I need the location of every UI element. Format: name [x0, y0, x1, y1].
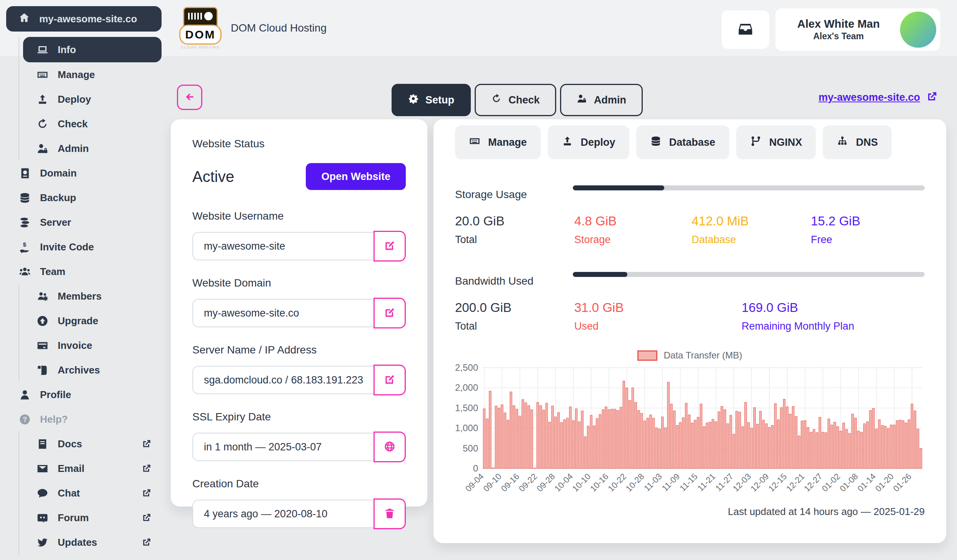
- inbox-button[interactable]: [722, 10, 769, 49]
- user-card[interactable]: Alex White Man Alex's Team: [775, 8, 940, 51]
- sidebar-item-members[interactable]: Members: [19, 284, 162, 308]
- field-website-domain: Website Domainmy-awesome-site.co: [192, 277, 406, 328]
- svg-text:10-22: 10-22: [606, 472, 628, 493]
- sidebar-item-manage[interactable]: Manage: [19, 62, 162, 87]
- panel-tabs: ManageDeployDatabaseNGINXDNS: [455, 125, 925, 159]
- sidebar-nav: InfoManageDeployCheckAdminDomainBackupSe…: [0, 37, 162, 555]
- field-value-website-username[interactable]: my-awesome-site: [192, 232, 373, 260]
- user-lock-icon: [577, 93, 587, 107]
- sidebar-item-backup[interactable]: Backup: [0, 185, 162, 210]
- sidebar-item-updates[interactable]: Updates: [19, 530, 162, 555]
- sidebar-item-profile[interactable]: Profile: [0, 382, 162, 407]
- svg-text:12-09: 12-09: [749, 472, 770, 493]
- refresh-icon: [35, 118, 49, 130]
- sidebar-item-invoice[interactable]: Invoice: [19, 333, 162, 358]
- sidebar-item-deploy[interactable]: Deploy: [19, 87, 162, 112]
- svg-text:500: 500: [463, 443, 478, 453]
- sidebar-site-pill[interactable]: my-awesome-site.co: [6, 6, 162, 32]
- tab-dns[interactable]: DNS: [823, 125, 892, 159]
- sidebar-subgroup: DocsEmailChatForumUpdates: [18, 432, 162, 555]
- tab-database[interactable]: Database: [636, 125, 729, 159]
- svg-text:12-21: 12-21: [784, 472, 806, 493]
- sidebar-item-label: Domain: [40, 167, 77, 179]
- sidebar-item-email[interactable]: Email: [19, 456, 162, 481]
- site-link[interactable]: my-awesome-site.co: [819, 92, 920, 103]
- field-value-creation-date[interactable]: 4 years ago — 2020-08-10: [192, 500, 373, 528]
- sidebar-item-label: Deploy: [58, 93, 91, 105]
- stat-value: 169.0 GiB: [742, 300, 925, 315]
- envelope-icon: [35, 463, 49, 475]
- svg-text:09-16: 09-16: [499, 472, 521, 493]
- sidebar-item-invite-code[interactable]: $Invite Code: [0, 235, 162, 259]
- field-label: Website Domain: [192, 277, 406, 289]
- storage-progress: [573, 185, 925, 190]
- user-name: Alex White Man: [785, 18, 892, 30]
- setup-button[interactable]: Setup: [392, 84, 471, 116]
- field-value-website-domain[interactable]: my-awesome-site.co: [192, 299, 373, 327]
- laptop-icon: [35, 44, 49, 56]
- tab-deploy[interactable]: Deploy: [548, 125, 629, 159]
- open-website-button[interactable]: Open Website: [306, 163, 406, 190]
- svg-text:01-08: 01-08: [838, 472, 860, 493]
- sidebar-item-docs[interactable]: Docs: [19, 432, 162, 456]
- sidebar-item-forum[interactable]: Forum: [19, 505, 162, 530]
- stat-total: 200.0 GiBTotal: [455, 300, 574, 332]
- sidebar-item-archives[interactable]: Archives: [19, 358, 162, 382]
- stat-free: 15.2 GiBFree: [811, 214, 925, 246]
- edit-button[interactable]: [373, 298, 406, 328]
- sidebar-item-help[interactable]: ?Help?: [0, 407, 162, 432]
- sidebar-item-label: Forum: [58, 512, 89, 524]
- usage-panel: ManageDeployDatabaseNGINXDNS Storage Usa…: [433, 119, 946, 543]
- user-icon: [18, 389, 32, 401]
- sidebar-item-server[interactable]: Server: [0, 210, 162, 235]
- admin-button[interactable]: Admin: [560, 84, 643, 116]
- sidebar-item-check[interactable]: Check: [19, 112, 162, 136]
- tab-nginx[interactable]: NGINX: [736, 125, 816, 159]
- sidebar-item-label: Team: [40, 266, 65, 278]
- app-root: DOM CLOUD HOSTING DOM Cloud Hosting Alex…: [0, 0, 957, 560]
- edit-button[interactable]: [373, 231, 406, 262]
- svg-text:01-20: 01-20: [874, 472, 895, 493]
- tab-label: Database: [669, 137, 715, 148]
- upload-icon: [562, 135, 573, 150]
- tab-manage[interactable]: Manage: [455, 125, 541, 159]
- field-value-ssl-expiry-date[interactable]: in 1 month — 2025-03-07: [192, 433, 373, 461]
- sidebar-item-info[interactable]: Info: [23, 37, 162, 62]
- sidebar-subgroup: InfoManageDeployCheckAdmin: [18, 37, 162, 161]
- sidebar-item-upgrade[interactable]: Upgrade: [19, 308, 162, 333]
- stat-database: 412.0 MiBDatabase: [692, 214, 811, 246]
- logo-cloud-shape: DOM: [179, 25, 222, 45]
- sidebar-item-chat[interactable]: Chat: [19, 481, 162, 505]
- field-creation-date: Creation Date4 years ago — 2020-08-10: [192, 478, 406, 529]
- database-icon: [18, 192, 32, 204]
- trash-icon: [383, 507, 396, 521]
- svg-text:12-03: 12-03: [731, 472, 753, 493]
- stat-storage: 4.8 GiBStorage: [574, 214, 692, 246]
- external-link-icon[interactable]: [926, 91, 938, 104]
- back-button[interactable]: [177, 85, 202, 110]
- site-name: my-awesome-site.co: [39, 13, 137, 25]
- sidebar-item-label: Info: [58, 44, 76, 56]
- website-status-card: Website Status Active Open Website Websi…: [171, 119, 427, 507]
- trash-button[interactable]: [373, 498, 406, 529]
- stat-label: Storage: [574, 234, 692, 246]
- svg-text:11-15: 11-15: [678, 472, 699, 493]
- check-button[interactable]: Check: [475, 84, 556, 116]
- globe-icon: [383, 440, 396, 454]
- sidebar-item-domain[interactable]: Domain: [0, 161, 162, 185]
- svg-text:2,500: 2,500: [455, 362, 478, 373]
- avatar: [900, 12, 936, 48]
- user-lock-icon: [35, 143, 49, 155]
- svg-text:1,500: 1,500: [455, 403, 478, 413]
- globe-button[interactable]: [373, 432, 406, 462]
- sidebar-item-admin[interactable]: Admin: [19, 136, 162, 161]
- stat-value: 15.2 GiB: [811, 214, 925, 228]
- server-icon: [18, 217, 32, 228]
- edit-icon: [383, 240, 396, 253]
- chart-plot: 05001,0001,5002,0002,50009-0409-1009-160…: [455, 362, 925, 497]
- stat-total: 20.0 GiBTotal: [455, 214, 574, 246]
- sidebar-item-team[interactable]: Team: [0, 259, 162, 284]
- website-status-value: Active: [192, 168, 234, 185]
- field-value-server-name-ip-address[interactable]: sga.domcloud.co / 68.183.191.223: [192, 366, 373, 394]
- edit-button[interactable]: [373, 365, 406, 395]
